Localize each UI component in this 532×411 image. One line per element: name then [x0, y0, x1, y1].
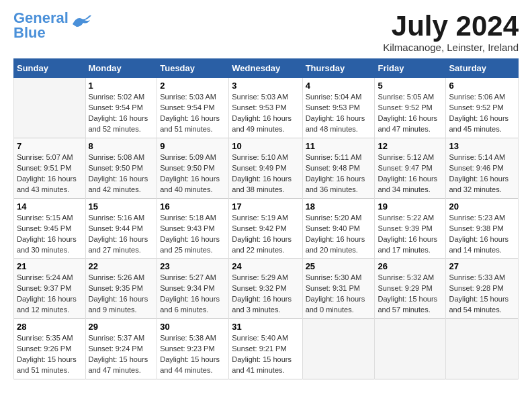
day-info: Sunrise: 5:02 AMSunset: 9:54 PMDaylight:… [89, 93, 148, 133]
day-info: Sunrise: 5:23 AMSunset: 9:38 PMDaylight:… [449, 214, 508, 254]
day-number: 18 [306, 201, 372, 212]
day-number: 1 [89, 81, 154, 91]
day-cell: 11Sunrise: 5:11 AMSunset: 9:48 PMDayligh… [302, 138, 375, 198]
day-info: Sunrise: 5:10 AMSunset: 9:49 PMDaylight:… [232, 153, 292, 193]
day-number: 29 [89, 322, 154, 332]
day-number: 4 [306, 81, 372, 91]
day-number: 25 [306, 261, 372, 271]
day-cell: 25Sunrise: 5:30 AMSunset: 9:31 PMDayligh… [302, 259, 375, 319]
day-info: Sunrise: 5:05 AMSunset: 9:52 PMDaylight:… [378, 93, 437, 133]
day-number: 26 [378, 261, 443, 271]
day-info: Sunrise: 5:15 AMSunset: 9:45 PMDaylight:… [17, 214, 77, 254]
day-cell: 4Sunrise: 5:04 AMSunset: 9:53 PMDaylight… [302, 78, 375, 138]
day-cell: 28Sunrise: 5:35 AMSunset: 9:26 PMDayligh… [14, 319, 86, 379]
day-number: 12 [378, 141, 443, 151]
day-cell: 22Sunrise: 5:26 AMSunset: 9:35 PMDayligh… [85, 259, 157, 319]
col-tuesday: Tuesday [157, 59, 229, 78]
day-info: Sunrise: 5:03 AMSunset: 9:53 PMDaylight:… [232, 93, 292, 133]
day-number: 16 [160, 201, 226, 212]
day-number: 14 [17, 201, 83, 212]
day-number: 19 [378, 201, 443, 212]
day-info: Sunrise: 5:08 AMSunset: 9:50 PMDaylight:… [89, 153, 148, 193]
day-info: Sunrise: 5:24 AMSunset: 9:37 PMDaylight:… [17, 273, 77, 314]
day-cell: 9Sunrise: 5:09 AMSunset: 9:50 PMDaylight… [157, 138, 229, 198]
day-number: 31 [232, 322, 299, 332]
day-cell: 20Sunrise: 5:23 AMSunset: 9:38 PMDayligh… [446, 198, 519, 259]
col-sunday: Sunday [14, 59, 86, 78]
title-block: July 2024 Kilmacanoge, Leinster, Ireland [383, 11, 519, 53]
day-cell: 2Sunrise: 5:03 AMSunset: 9:54 PMDaylight… [157, 78, 229, 138]
week-row-5: 28Sunrise: 5:35 AMSunset: 9:26 PMDayligh… [14, 319, 519, 379]
day-cell: 7Sunrise: 5:07 AMSunset: 9:51 PMDaylight… [14, 138, 86, 198]
day-cell [375, 319, 446, 379]
day-info: Sunrise: 5:09 AMSunset: 9:50 PMDaylight:… [160, 153, 220, 193]
day-info: Sunrise: 5:35 AMSunset: 9:26 PMDaylight:… [17, 334, 77, 374]
day-cell: 13Sunrise: 5:14 AMSunset: 9:46 PMDayligh… [446, 138, 519, 198]
day-number: 30 [160, 322, 226, 332]
col-monday: Monday [85, 59, 157, 78]
day-info: Sunrise: 5:20 AMSunset: 9:40 PMDaylight:… [306, 214, 365, 254]
day-number: 23 [160, 261, 226, 271]
day-cell [446, 319, 519, 379]
day-info: Sunrise: 5:33 AMSunset: 9:28 PMDaylight:… [449, 273, 508, 314]
day-number: 27 [449, 261, 515, 271]
day-info: Sunrise: 5:27 AMSunset: 9:34 PMDaylight:… [160, 273, 220, 314]
col-friday: Friday [375, 59, 446, 78]
day-info: Sunrise: 5:19 AMSunset: 9:42 PMDaylight:… [232, 214, 292, 254]
day-cell: 10Sunrise: 5:10 AMSunset: 9:49 PMDayligh… [229, 138, 302, 198]
day-number: 17 [232, 201, 299, 212]
page-header: GeneralBlue July 2024 Kilmacanoge, Leins… [13, 11, 519, 53]
day-cell: 14Sunrise: 5:15 AMSunset: 9:45 PMDayligh… [14, 198, 86, 259]
day-info: Sunrise: 5:30 AMSunset: 9:31 PMDaylight:… [306, 273, 365, 314]
day-number: 21 [17, 261, 83, 271]
day-number: 28 [17, 322, 83, 332]
day-number: 5 [378, 81, 443, 91]
col-saturday: Saturday [446, 59, 519, 78]
day-cell: 8Sunrise: 5:08 AMSunset: 9:50 PMDaylight… [85, 138, 157, 198]
day-info: Sunrise: 5:12 AMSunset: 9:47 PMDaylight:… [378, 153, 437, 193]
day-cell: 21Sunrise: 5:24 AMSunset: 9:37 PMDayligh… [14, 259, 86, 319]
col-thursday: Thursday [302, 59, 375, 78]
day-cell: 17Sunrise: 5:19 AMSunset: 9:42 PMDayligh… [229, 198, 302, 259]
day-info: Sunrise: 5:18 AMSunset: 9:43 PMDaylight:… [160, 214, 220, 254]
day-number: 2 [160, 81, 226, 91]
day-cell: 15Sunrise: 5:16 AMSunset: 9:44 PMDayligh… [85, 198, 157, 259]
week-row-1: 1Sunrise: 5:02 AMSunset: 9:54 PMDaylight… [14, 78, 519, 138]
day-info: Sunrise: 5:11 AMSunset: 9:48 PMDaylight:… [306, 153, 365, 193]
calendar-table: Sunday Monday Tuesday Wednesday Thursday… [13, 58, 519, 379]
day-cell: 12Sunrise: 5:12 AMSunset: 9:47 PMDayligh… [375, 138, 446, 198]
day-info: Sunrise: 5:06 AMSunset: 9:52 PMDaylight:… [449, 93, 508, 133]
location: Kilmacanoge, Leinster, Ireland [383, 42, 519, 53]
logo-text: GeneralBlue [13, 11, 69, 40]
day-info: Sunrise: 5:32 AMSunset: 9:29 PMDaylight:… [378, 273, 437, 314]
day-info: Sunrise: 5:29 AMSunset: 9:32 PMDaylight:… [232, 273, 292, 314]
day-info: Sunrise: 5:16 AMSunset: 9:44 PMDaylight:… [89, 214, 148, 254]
day-number: 11 [306, 141, 372, 151]
day-info: Sunrise: 5:40 AMSunset: 9:21 PMDaylight:… [232, 334, 292, 374]
day-cell: 29Sunrise: 5:37 AMSunset: 9:24 PMDayligh… [85, 319, 157, 379]
day-number: 7 [17, 141, 83, 151]
day-cell: 3Sunrise: 5:03 AMSunset: 9:53 PMDaylight… [229, 78, 302, 138]
day-number: 15 [89, 201, 154, 212]
day-cell: 19Sunrise: 5:22 AMSunset: 9:39 PMDayligh… [375, 198, 446, 259]
day-info: Sunrise: 5:14 AMSunset: 9:46 PMDaylight:… [449, 153, 508, 193]
day-cell: 1Sunrise: 5:02 AMSunset: 9:54 PMDaylight… [85, 78, 157, 138]
day-number: 8 [89, 141, 154, 151]
day-cell: 23Sunrise: 5:27 AMSunset: 9:34 PMDayligh… [157, 259, 229, 319]
day-number: 6 [449, 81, 515, 91]
day-number: 10 [232, 141, 299, 151]
day-cell: 30Sunrise: 5:38 AMSunset: 9:23 PMDayligh… [157, 319, 229, 379]
day-info: Sunrise: 5:04 AMSunset: 9:53 PMDaylight:… [306, 93, 365, 133]
day-number: 13 [449, 141, 515, 151]
logo-bird-icon [71, 15, 93, 30]
day-info: Sunrise: 5:03 AMSunset: 9:54 PMDaylight:… [160, 93, 220, 133]
day-cell [302, 319, 375, 379]
week-row-3: 14Sunrise: 5:15 AMSunset: 9:45 PMDayligh… [14, 198, 519, 259]
day-cell: 26Sunrise: 5:32 AMSunset: 9:29 PMDayligh… [375, 259, 446, 319]
day-cell: 24Sunrise: 5:29 AMSunset: 9:32 PMDayligh… [229, 259, 302, 319]
day-info: Sunrise: 5:37 AMSunset: 9:24 PMDaylight:… [89, 334, 148, 374]
day-cell: 18Sunrise: 5:20 AMSunset: 9:40 PMDayligh… [302, 198, 375, 259]
day-info: Sunrise: 5:38 AMSunset: 9:23 PMDaylight:… [160, 334, 220, 374]
day-number: 9 [160, 141, 226, 151]
day-number: 22 [89, 261, 154, 271]
